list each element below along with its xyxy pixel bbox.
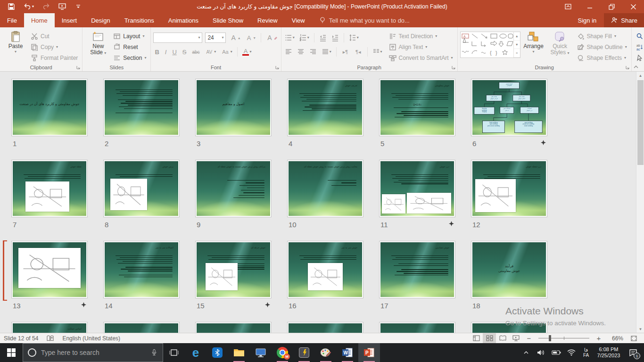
powerpoint-icon[interactable]: P: [358, 343, 380, 362]
search-input[interactable]: Type here to search: [41, 349, 146, 356]
font-color-button[interactable]: A▾: [241, 48, 253, 56]
columns-button[interactable]: ▾: [372, 48, 383, 56]
slide-thumbnail-2[interactable]: [104, 79, 179, 136]
align-right-button[interactable]: [308, 48, 318, 56]
wifi-icon[interactable]: [565, 343, 578, 362]
action-center-icon[interactable]: 1: [625, 343, 641, 362]
tray-chevron-icon[interactable]: [520, 343, 533, 362]
arrange-button[interactable]: Arrange▾: [520, 29, 547, 63]
reset-button[interactable]: Reset: [111, 42, 148, 53]
winamp-icon[interactable]: [293, 343, 315, 362]
shape-outline-button[interactable]: Shape Outline▾: [575, 42, 629, 53]
spellcheck-icon[interactable]: [47, 335, 54, 342]
format-painter-button[interactable]: Format Painter: [29, 52, 80, 63]
tab-home[interactable]: Home: [24, 13, 55, 27]
change-case-button[interactable]: Aa▾: [220, 49, 233, 55]
this-pc-icon[interactable]: [250, 343, 272, 362]
slide-thumbnail-21[interactable]: [196, 322, 271, 333]
shape-gallery[interactable]: A {} ▲▼≡: [460, 32, 520, 58]
fit-to-window-icon[interactable]: [627, 333, 640, 343]
chrome-icon[interactable]: M: [272, 343, 293, 362]
shape-effects-button[interactable]: Shape Effects▾: [575, 52, 629, 63]
taskbar-clock[interactable]: 6:08 PM7/25/2023: [594, 346, 623, 359]
reading-view-button[interactable]: [496, 333, 509, 343]
volume-icon[interactable]: [535, 343, 548, 362]
slide-thumbnail-13[interactable]: [12, 241, 87, 298]
scroll-down-icon[interactable]: ▼: [637, 325, 644, 333]
italic-button[interactable]: I: [164, 49, 168, 56]
select-button[interactable]: Select▾: [634, 52, 644, 63]
animation-star-icon[interactable]: [265, 302, 270, 309]
slide-thumbnail-10[interactable]: معایب روش پرس جوش نسبت به روش جوش نقطه ا…: [288, 160, 363, 217]
underline-button[interactable]: U: [171, 49, 178, 56]
clear-formatting-button[interactable]: A: [265, 33, 278, 42]
cut-button[interactable]: Cut: [29, 31, 80, 42]
animation-star-icon[interactable]: [449, 221, 454, 228]
clipboard-dialog-launcher-icon[interactable]: [76, 65, 81, 70]
slide-thumbnail-8[interactable]: پرس جوش: [104, 160, 179, 217]
grow-font-button[interactable]: A▲: [229, 33, 241, 42]
bold-button[interactable]: B: [153, 49, 160, 56]
layout-button[interactable]: Layout▾: [111, 31, 148, 42]
tab-design[interactable]: Design: [84, 13, 117, 27]
slide-thumbnail-12[interactable]: درز-نقطه جوش: [471, 160, 547, 217]
zoom-slider[interactable]: [538, 338, 589, 338]
slide-thumbnail-6[interactable]: انواع جوشمقاومتیشاخه هایفرعی جوششاخه های…: [471, 79, 547, 136]
convert-to-smartart-button[interactable]: Convert to SmartArt▾: [387, 52, 455, 63]
zoom-out-button[interactable]: −: [522, 333, 536, 343]
line-spacing-button[interactable]: ▾: [348, 33, 360, 42]
font-dialog-launcher-icon[interactable]: [275, 65, 280, 70]
quick-styles-button[interactable]: QuickStyles ▾: [547, 29, 573, 63]
slide-sorter-view-button[interactable]: [483, 333, 496, 343]
font-name-select[interactable]: ▾: [153, 33, 202, 43]
language-switcher[interactable]: فاFA: [580, 347, 592, 358]
minimize-button[interactable]: [579, 0, 601, 13]
tab-transitions[interactable]: Transitions: [117, 13, 161, 27]
bluetooth-icon[interactable]: [206, 343, 228, 362]
language-indicator[interactable]: English (United States): [62, 335, 120, 342]
slide-thumbnail-5[interactable]: جوش مقاومتیQ=I2.R.t: [380, 79, 455, 136]
slide-thumbnail-9[interactable]: مزایای روش پرس جوش نسبت به جوش نقطه ای: [196, 160, 271, 217]
start-from-beginning-icon[interactable]: [58, 3, 66, 10]
paint-icon[interactable]: [315, 343, 337, 362]
slide-indicator[interactable]: Slide 12 of 54: [4, 335, 38, 342]
taskbar-search-box[interactable]: Type here to search: [23, 343, 163, 362]
task-view-button[interactable]: [163, 343, 185, 362]
battery-icon[interactable]: [550, 343, 563, 362]
character-spacing-button[interactable]: AV▾: [204, 49, 217, 55]
slide-thumbnail-4[interactable]: تعریف جوش: [288, 79, 363, 136]
bullets-button[interactable]: ▾: [284, 33, 296, 42]
animation-star-icon[interactable]: [81, 302, 86, 309]
justify-button[interactable]: ▾: [321, 48, 332, 56]
tab-file[interactable]: File: [0, 13, 24, 27]
tab-review[interactable]: Review: [250, 13, 285, 27]
shrink-font-button[interactable]: A▼: [245, 34, 257, 42]
drawing-dialog-launcher-icon[interactable]: [625, 65, 630, 70]
text-direction-button[interactable]: Text Direction▾: [387, 31, 455, 42]
slide-thumbnail-14[interactable]: اتصالات سر به سر: [104, 241, 179, 298]
paste-button[interactable]: Paste ▾: [2, 29, 29, 63]
tab-slide-show[interactable]: Slide Show: [206, 13, 250, 27]
text-shadow-button[interactable]: abc: [190, 49, 201, 55]
rtl-direction-button[interactable]: ¶◂: [353, 49, 363, 56]
collapse-ribbon-icon[interactable]: [633, 65, 639, 69]
zoom-slider-thumb[interactable]: [549, 335, 551, 341]
numbering-button[interactable]: ▾: [298, 33, 310, 42]
align-text-button[interactable]: Align Text▾: [387, 42, 455, 53]
slide-thumbnail-15[interactable]: جوش جرقه ای: [196, 241, 271, 298]
slide-thumbnail-3[interactable]: اصول و مفاهیم: [196, 79, 271, 136]
zoom-level[interactable]: 66%: [605, 335, 623, 342]
strikethrough-button[interactable]: S: [181, 49, 188, 56]
edge-icon[interactable]: e: [185, 343, 206, 362]
slide-thumbnail-20[interactable]: [104, 322, 179, 333]
restore-button[interactable]: [601, 0, 622, 13]
slide-thumbnail-16[interactable]: جوش سر به سر: [288, 241, 363, 298]
vertical-scrollbar[interactable]: ▲ ▼: [636, 72, 644, 333]
shape-fill-button[interactable]: Shape Fill▾: [575, 31, 629, 42]
animation-star-icon[interactable]: [541, 140, 546, 147]
file-explorer-icon[interactable]: [228, 343, 250, 362]
undo-icon[interactable]: ▾: [24, 3, 34, 10]
save-icon[interactable]: [8, 3, 15, 10]
slide-show-button[interactable]: [509, 333, 522, 343]
tell-me-box[interactable]: Tell me what you want to do...: [312, 13, 416, 27]
